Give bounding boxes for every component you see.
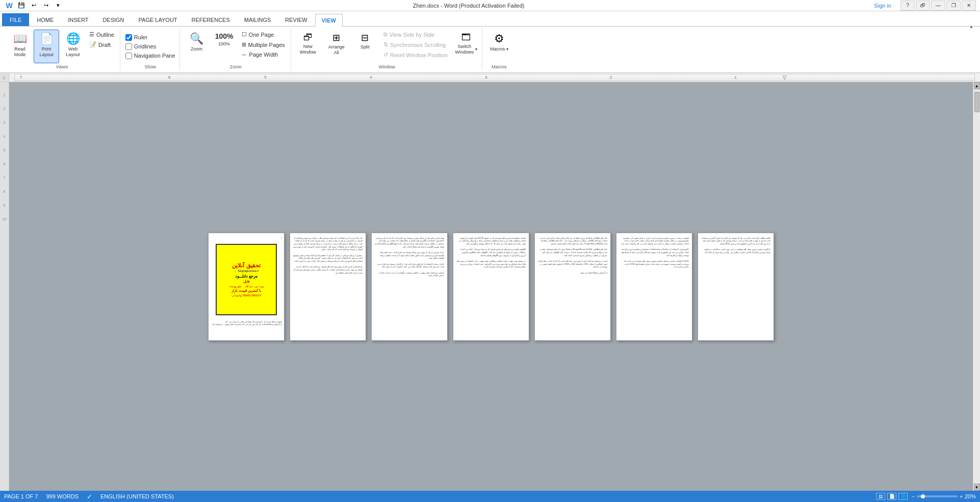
zoom-slider-track[interactable] [917, 495, 958, 497]
title-bar-left: W 💾 ↩ ↪ ▾ [4, 1, 63, 11]
sign-in-link[interactable]: Sign in [874, 3, 891, 9]
show-group-label: Show [144, 64, 156, 69]
zoom-slider-thumb [921, 494, 925, 498]
switch-windows-btn[interactable]: 🗔 Switch Windows▾ [453, 30, 479, 63]
window-title: Zhen.docx - Word (Product Activation Fai… [63, 3, 874, 9]
reset-window-position-btn[interactable]: ↺ Reset Window Position [381, 50, 450, 60]
vr-5: 5 [4, 148, 6, 152]
page-3-content: بهینه سازی برنامه یکی از مراحل مهم در تو… [372, 233, 447, 282]
main-content: 1 2 3 4 5 6 7 8 9 10 ه تحقیق آنلاین Tahg [0, 82, 980, 491]
status-right: ▤ 📄 🌐 − + 20% [876, 493, 976, 500]
gridlines-checkbox[interactable]: Gridlines [124, 43, 157, 51]
window-small-btns: ⧉ View Side by Side ⇅ Synchronous Scroll… [381, 30, 450, 60]
tab-file[interactable]: FILE [2, 13, 29, 26]
scroll-down-btn[interactable]: ▼ [974, 484, 980, 491]
scroll-up-btn[interactable]: ▲ [974, 82, 980, 89]
tab-view[interactable]: VIEW [315, 14, 343, 27]
page-4: چنانچه بخواهیم کد تمیز و خوانا بنویسیم ب… [453, 233, 529, 341]
scroll-track [974, 89, 980, 484]
page-3: بهینه سازی برنامه یکی از مراحل مهم در تو… [371, 233, 448, 341]
tab-references[interactable]: REFERENCES [185, 13, 237, 26]
reading-view-btn[interactable]: 📄 [887, 493, 896, 500]
draft-icon: 📝 [89, 41, 96, 48]
ribbon-collapse-btn[interactable]: ▲ [969, 23, 974, 29]
multiple-pages-btn[interactable]: ⊞ Multiple Pages [239, 40, 288, 49]
redo-quick-btn[interactable]: ↪ [41, 1, 51, 11]
ruler-checkbox-input[interactable] [125, 34, 132, 41]
page-6: قضاوت درست در مورد معماری سیستم نیاز به … [616, 233, 692, 341]
pages-container: ه تحقیق آنلاین Tahghighonline.ir ← مرجع … [9, 82, 973, 491]
navigation-pane-checkbox[interactable]: Navigation Pane [124, 52, 176, 60]
show-group: Ruler Gridlines Navigation Pane Show [121, 29, 180, 70]
zoom-group-content: 🔍 Zoom 100% 100% ☐ One Page ⊞ [184, 30, 288, 63]
new-window-icon: 🗗 [303, 32, 313, 43]
draft-btn[interactable]: 📝 Draft [87, 40, 117, 49]
page-6-content: قضاوت درست در مورد معماری سیستم نیاز به … [616, 233, 692, 273]
window-group-content: 🗗 New Window ⊞ Arrange All ⊟ Split [295, 30, 479, 63]
navigation-pane-checkbox-input[interactable] [125, 53, 132, 59]
page-1-bottom-text: باتوجه به اینکه فردی که با سیستم کار میک… [211, 320, 282, 325]
zoom-btn[interactable]: 🔍 Zoom [184, 30, 210, 63]
views-group: 📖 Read Mode 📄 Print Layout 🌐 Web Layout [4, 29, 120, 70]
ruler-2: 2 [610, 75, 612, 80]
customize-quick-btn[interactable]: ▾ [53, 1, 63, 11]
tab-review[interactable]: REVIEW [278, 13, 314, 26]
web-layout-btn[interactable]: 🌐 Web Layout [60, 30, 86, 63]
print-view-btn[interactable]: ▤ [876, 493, 885, 500]
ruler-checkbox[interactable]: Ruler [124, 34, 148, 41]
zoom-out-btn[interactable]: − [912, 494, 915, 499]
page-1: ه تحقیق آنلاین Tahghighonline.ir ← مرجع … [208, 233, 285, 341]
restore-btn[interactable]: ❐ [946, 1, 961, 11]
zoom-100-btn[interactable]: 100% 100% [212, 30, 237, 63]
close-btn[interactable]: ✕ [962, 1, 976, 11]
undo-quick-btn[interactable]: ↩ [29, 1, 39, 11]
page-info: PAGE 1 OF 7 [4, 493, 38, 499]
view-side-by-side-icon: ⧉ [383, 31, 388, 38]
split-btn[interactable]: ⊟ Split [352, 30, 378, 63]
ad-site: Tahghighonline.ir ← [234, 269, 259, 273]
title-bar: W 💾 ↩ ↪ ▾ Zhen.docx - Word (Product Acti… [0, 0, 980, 11]
tab-insert[interactable]: INSERT [61, 13, 95, 26]
status-left: PAGE 1 OF 7 999 WORDS ✓ ENGLISH (UNITED … [4, 493, 174, 500]
window-group-label: Window [379, 64, 395, 69]
macros-btn[interactable]: ⚙ Macros▾ [486, 30, 512, 63]
vertical-scrollbar[interactable]: ▲ ▼ [973, 82, 980, 491]
synchronous-scrolling-btn[interactable]: ⇅ Synchronous Scrolling [381, 40, 450, 49]
tab-home[interactable]: HOME [30, 13, 60, 26]
read-mode-btn[interactable]: 📖 Read Mode [7, 30, 33, 63]
zoom-in-btn[interactable]: + [960, 494, 963, 499]
gridlines-checkbox-input[interactable] [125, 43, 132, 50]
ruler-1: 1 [735, 75, 737, 80]
zoom-100-icon: 100% [215, 32, 234, 40]
view-side-by-side-btn[interactable]: ⧉ View Side by Side [381, 30, 450, 39]
help-btn[interactable]: ? [900, 1, 915, 11]
vr-3: 3 [4, 121, 6, 124]
tab-design[interactable]: DESIGN [96, 13, 131, 26]
one-page-btn[interactable]: ☐ One Page [239, 30, 288, 39]
ad-line3: ورد-پی دی اف - پاورپوینت [229, 284, 264, 288]
scroll-thumb[interactable] [974, 92, 979, 112]
status-bar: PAGE 1 OF 7 999 WORDS ✓ ENGLISH (UNITED … [0, 491, 980, 502]
views-small-btns: ☰ Outline 📝 Draft [87, 30, 117, 49]
vertical-ruler: 1 2 3 4 5 6 7 8 9 10 [0, 82, 9, 491]
restore-ribbon-btn[interactable]: 🗗 [916, 1, 930, 11]
arrange-all-btn[interactable]: ⊞ Arrange All [324, 30, 349, 63]
print-layout-btn[interactable]: 📄 Print Layout [34, 30, 59, 63]
one-page-icon: ☐ [242, 31, 247, 38]
zoom-group: 🔍 Zoom 100% 100% ☐ One Page ⊞ [181, 29, 291, 70]
ad-price: با کمترین قیمت بازار [231, 288, 261, 293]
word-icon: W [4, 1, 14, 11]
web-view-btn[interactable]: 🌐 [898, 493, 908, 500]
save-quick-btn[interactable]: 💾 [16, 1, 27, 11]
zoom-control: − + 20% [912, 493, 976, 499]
vr-10: 10 [3, 217, 7, 221]
minimize-btn[interactable]: — [931, 1, 945, 11]
outline-btn[interactable]: ☰ Outline [87, 30, 117, 39]
page-width-btn[interactable]: ↔ Page Width [239, 50, 288, 59]
tab-mailings[interactable]: MAILINGS [238, 13, 278, 26]
new-window-btn[interactable]: 🗗 New Window [295, 30, 321, 63]
tab-page-layout[interactable]: PAGE LAYOUT [132, 13, 184, 26]
split-icon: ⊟ [361, 32, 369, 43]
page-5-content: بانک های اطلاعاتی رابطه ای و غیر رابطه ا… [535, 233, 610, 279]
ruler-5: 5 [264, 75, 266, 80]
